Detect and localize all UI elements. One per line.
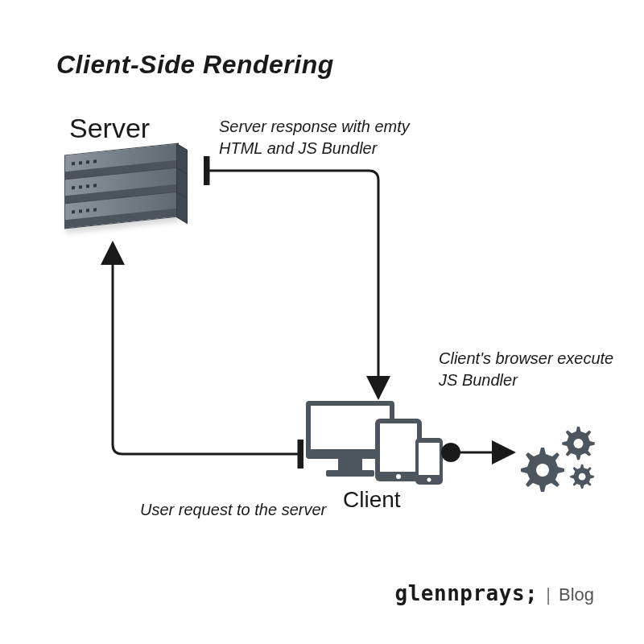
- brand-main: glennprays;: [395, 581, 539, 605]
- edge-label-execute-bundler: Client's browser execute JS Bundler: [439, 348, 616, 391]
- svg-point-6: [396, 474, 401, 479]
- svg-rect-8: [419, 443, 440, 475]
- brand-sub: Blog: [559, 584, 594, 605]
- edge-label-server-response: Server response with emty HTML and JS Bu…: [219, 116, 428, 159]
- svg-rect-2: [338, 459, 362, 470]
- page-title: Client-Side Rendering: [56, 50, 334, 80]
- svg-point-10: [536, 464, 549, 477]
- svg-point-9: [427, 478, 431, 482]
- svg-rect-3: [326, 470, 374, 477]
- brand-separator: |: [544, 584, 552, 605]
- server-icon: [64, 149, 177, 229]
- brand-footer: glennprays; | Blog: [395, 581, 594, 605]
- client-devices-icon: [306, 401, 447, 489]
- edge-label-user-request: User request to the server: [140, 499, 326, 521]
- diagram-arrows: [0, 0, 644, 644]
- svg-point-12: [579, 473, 586, 481]
- svg-point-11: [574, 439, 584, 448]
- client-node-label: Client: [343, 487, 401, 513]
- svg-rect-5: [380, 423, 417, 472]
- server-node-label: Server: [69, 113, 150, 144]
- gears-icon: [517, 417, 605, 493]
